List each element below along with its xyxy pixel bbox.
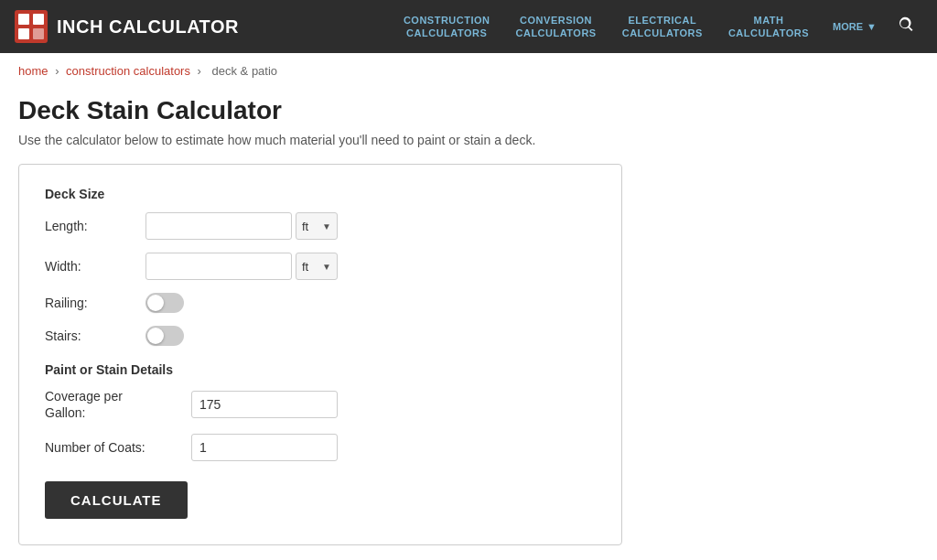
svg-rect-2 (33, 14, 44, 25)
length-unit-select[interactable]: ft in m cm (302, 220, 318, 233)
railing-toggle[interactable] (145, 293, 184, 313)
breadcrumb-sep-2: › (198, 64, 205, 78)
coverage-row: Coverage per Gallon: (45, 388, 596, 421)
logo-text: INCH CALCULATOR (57, 16, 239, 38)
nav-electrical[interactable]: ELECTRICAL CALCULATORS (611, 8, 714, 46)
nav-construction[interactable]: CONSTRUCTION CALCULATORS (393, 8, 501, 46)
width-unit-wrap[interactable]: ft in m cm ▼ (296, 253, 338, 280)
search-button[interactable] (889, 10, 922, 44)
coats-label: Number of Coats: (45, 439, 191, 456)
length-row: Length: ft in m cm ▼ (45, 212, 596, 240)
width-unit-select[interactable]: ft in m cm (302, 260, 318, 274)
stairs-label: Stairs: (45, 328, 145, 343)
railing-toggle-knob (147, 295, 164, 311)
calculator-card: Deck Size Length: ft in m cm ▼ Width: ft (18, 164, 622, 545)
nav-math[interactable]: MATH CALCULATORS (717, 8, 820, 46)
site-logo[interactable]: INCH CALCULATOR (15, 10, 239, 43)
svg-rect-3 (18, 28, 29, 39)
width-input[interactable] (145, 253, 292, 280)
breadcrumb: home › construction calculators › deck &… (0, 53, 937, 89)
svg-rect-1 (18, 14, 29, 25)
main-content: Deck Stain Calculator Use the calculator… (0, 89, 659, 560)
breadcrumb-construction[interactable]: construction calculators (66, 64, 190, 78)
calculate-button[interactable]: CALCULATE (45, 481, 188, 519)
length-label: Length: (45, 219, 145, 233)
coverage-label: Coverage per Gallon: (45, 388, 191, 421)
deck-size-label: Deck Size (45, 187, 596, 201)
length-unit-arrow: ▼ (322, 221, 331, 232)
search-icon (897, 16, 915, 34)
breadcrumb-current: deck & patio (212, 64, 278, 78)
chevron-down-icon: ▼ (867, 21, 877, 32)
navbar: INCH CALCULATOR CONSTRUCTION CALCULATORS… (0, 0, 937, 53)
railing-row: Railing: (45, 293, 596, 313)
nav-more[interactable]: MORE ▼ (824, 16, 886, 38)
page-description: Use the calculator below to estimate how… (18, 133, 641, 147)
width-row: Width: ft in m cm ▼ (45, 253, 596, 280)
length-unit-wrap[interactable]: ft in m cm ▼ (296, 212, 338, 240)
breadcrumb-sep-1: › (55, 64, 62, 78)
width-unit-arrow: ▼ (322, 262, 331, 272)
width-label: Width: (45, 259, 145, 274)
details-label: Paint or Stain Details (45, 362, 596, 377)
coats-input[interactable] (191, 434, 338, 461)
length-input[interactable] (145, 212, 292, 240)
coverage-input[interactable] (191, 391, 338, 418)
stairs-toggle-knob (147, 328, 164, 344)
nav-links: CONSTRUCTION CALCULATORS CONVERSION CALC… (393, 8, 922, 46)
breadcrumb-home[interactable]: home (18, 64, 48, 78)
svg-rect-4 (33, 28, 44, 39)
stairs-toggle[interactable] (145, 326, 184, 346)
railing-label: Railing: (45, 296, 145, 310)
coats-row: Number of Coats: (45, 434, 596, 461)
page-title: Deck Stain Calculator (18, 96, 641, 125)
logo-icon (15, 10, 48, 43)
stairs-row: Stairs: (45, 326, 596, 346)
nav-conversion[interactable]: CONVERSION CALCULATORS (505, 8, 608, 46)
